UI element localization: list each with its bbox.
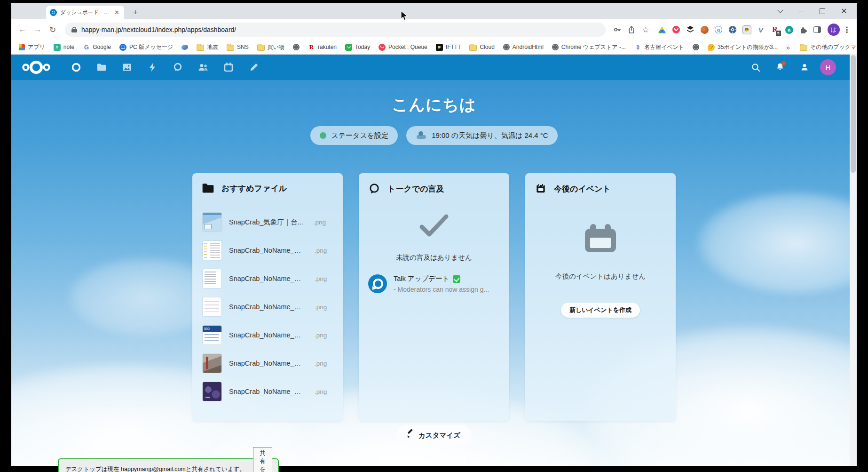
- bookmark-item[interactable]: 35ポイントの期限が3...: [704, 42, 781, 53]
- bookmark-item[interactable]: Chrome ウェブストア -...: [548, 42, 630, 53]
- minimize-button[interactable]: [790, 3, 812, 19]
- bookmark-item[interactable]: SNS: [223, 42, 253, 52]
- close-window-button[interactable]: ✕: [833, 3, 855, 19]
- bookmark-item[interactable]: PC 版メッセージ: [116, 42, 177, 53]
- browser-profile-avatar[interactable]: は: [828, 24, 840, 36]
- extension-r-badge-icon[interactable]: R5: [769, 24, 781, 35]
- maximize-button[interactable]: [812, 3, 833, 19]
- contacts-menu-icon[interactable]: [796, 58, 813, 76]
- nextcloud-logo[interactable]: [21, 59, 51, 75]
- file-name: SnapCrab_NoName_20...: [229, 360, 304, 367]
- bookmark-item[interactable]: Cloud: [466, 42, 498, 52]
- bookmark-item[interactable]: 買い物: [253, 42, 288, 53]
- talk-item-subtitle: - Moderators can now assign g...: [394, 286, 489, 293]
- new-tab-button[interactable]: +: [130, 7, 141, 18]
- file-row[interactable]: SnapCrab_気象庁｜台....png: [202, 208, 333, 236]
- file-thumbnail: [203, 354, 221, 373]
- stop-sharing-button[interactable]: 共有を停止: [253, 447, 272, 472]
- card-title: 今後のイベント: [554, 184, 611, 194]
- nav-contacts[interactable]: [190, 55, 216, 80]
- bookmark-label: Chrome ウェブストア -...: [561, 43, 626, 51]
- file-row[interactable]: SnapCrab_NoName_20....png: [202, 236, 333, 264]
- extension-screenshot-icon[interactable]: [741, 24, 752, 35]
- nextcloud-header-right: H: [747, 58, 857, 76]
- file-extension: .png: [315, 275, 327, 282]
- bookmark-item[interactable]: 地震: [193, 42, 222, 53]
- extension-v-grey-icon[interactable]: V: [755, 24, 766, 35]
- nav-calendar[interactable]: [216, 55, 241, 80]
- bookmark-item[interactable]: Google: [79, 42, 115, 52]
- customize-button[interactable]: カスタマイズ: [396, 425, 472, 446]
- bookmark-item[interactable]: note: [50, 42, 78, 52]
- extension-puzzle-icon[interactable]: [797, 24, 809, 35]
- set-status-button[interactable]: ステータスを設定: [310, 126, 398, 145]
- globe-icon: [293, 44, 300, 50]
- share-icon[interactable]: [625, 24, 638, 36]
- bookmark-item[interactable]: 名古屋イベント: [631, 42, 688, 53]
- file-row[interactable]: SnapCrab_NoName_20....png: [202, 377, 333, 406]
- tab-search-button[interactable]: [769, 3, 791, 19]
- extension-fox-icon[interactable]: [699, 24, 710, 35]
- bookmarks-separator: [795, 43, 795, 51]
- other-bookmarks-button[interactable]: その他のブックマーク: [796, 42, 857, 53]
- forward-button[interactable]: →: [31, 23, 44, 36]
- bookmark-item[interactable]: [178, 43, 192, 51]
- extension-amazon-blue-icon[interactable]: a: [713, 24, 724, 35]
- file-row[interactable]: SnapCrab_NoName_20....png: [202, 349, 333, 377]
- reload-button[interactable]: ↻: [46, 23, 59, 36]
- address-bar[interactable]: happy-man.jp/nextcloud1/index.php/apps/d…: [65, 23, 606, 37]
- star-emoji-icon: [708, 44, 715, 51]
- search-icon[interactable]: [747, 58, 765, 76]
- bookmark-label: rakuten: [318, 44, 337, 50]
- weather-status-button[interactable]: 19:00 の天気は曇り、気温は 24.4 °C: [406, 126, 557, 145]
- file-row[interactable]: 500SnapCrab_NoName_20....png: [202, 321, 333, 349]
- extension-side-panel-icon[interactable]: [812, 24, 823, 35]
- create-event-button[interactable]: 新しいイベントを作成: [561, 303, 640, 318]
- page-scrollbar[interactable]: [850, 54, 857, 466]
- extension-compass-icon[interactable]: [727, 24, 738, 35]
- apps-grid-icon: [19, 44, 25, 50]
- pencil-icon: [408, 432, 414, 439]
- extension-pocket-icon[interactable]: [671, 24, 682, 35]
- nav-notes[interactable]: [241, 55, 267, 80]
- browser-tab[interactable]: ダッシュボード - Nextcloud ✕: [46, 6, 124, 19]
- bookmarks-overflow-button[interactable]: »: [782, 43, 794, 51]
- card-title: トークでの言及: [387, 184, 444, 194]
- nav-activity[interactable]: [140, 55, 165, 80]
- nav-dashboard[interactable]: [63, 55, 89, 80]
- lock-icon: [71, 26, 77, 33]
- bookmark-item[interactable]: AndroidHtml: [499, 42, 547, 52]
- bookmark-item[interactable]: [689, 42, 703, 52]
- folder-icon: [202, 183, 214, 194]
- extension-drive-icon[interactable]: [656, 24, 668, 35]
- bookmark-item[interactable]: IFTTT: [432, 42, 465, 52]
- user-avatar[interactable]: H: [820, 59, 836, 75]
- extension-amazon-teal-icon[interactable]: a: [783, 24, 795, 35]
- events-empty-text: 今後のイベントはありません: [555, 272, 646, 281]
- nav-files[interactable]: [89, 55, 114, 80]
- nav-photos[interactable]: [114, 55, 140, 80]
- chevron-down-icon: [777, 7, 783, 13]
- bookmark-item[interactable]: [289, 42, 303, 52]
- tab-close-icon[interactable]: ✕: [113, 9, 120, 16]
- bookmark-item[interactable]: Today: [341, 42, 374, 52]
- talk-empty-text: 未読の言及はありません: [396, 253, 472, 262]
- back-button[interactable]: ←: [16, 23, 29, 36]
- nav-talk[interactable]: [165, 55, 190, 80]
- scrollbar-thumb[interactable]: [851, 55, 856, 173]
- bookmark-item[interactable]: Pocket : Queue: [375, 42, 431, 52]
- bookmark-star-icon[interactable]: ☆: [639, 24, 652, 36]
- bookmark-item[interactable]: アプリ: [15, 42, 49, 53]
- notifications-bell-icon[interactable]: [771, 58, 789, 76]
- extension-layers-icon[interactable]: [685, 24, 696, 35]
- bookmark-label: AndroidHtml: [513, 44, 544, 50]
- file-row[interactable]: SnapCrab_NoName_20....png: [202, 264, 333, 293]
- bookmark-label: Google: [93, 44, 111, 50]
- talk-update-item[interactable]: Talk アップデート - Moderators can now assign …: [368, 274, 500, 293]
- bookmark-item[interactable]: rakuten: [304, 42, 340, 52]
- extension-badge: 5: [776, 31, 781, 36]
- browser-menu-icon[interactable]: ⋮: [842, 25, 852, 35]
- file-row[interactable]: SnapCrab_NoName_20....png: [202, 293, 333, 321]
- password-key-icon[interactable]: [611, 24, 623, 36]
- bookmark-label: アプリ: [28, 43, 45, 51]
